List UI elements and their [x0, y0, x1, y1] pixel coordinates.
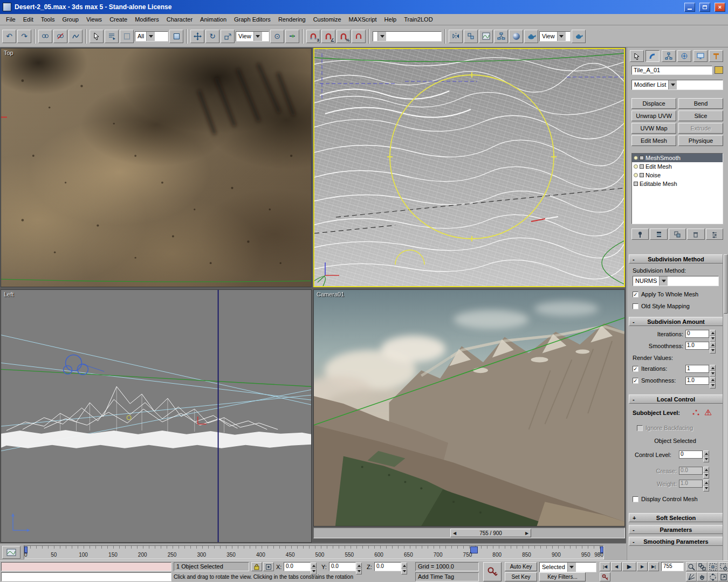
modifier-button-physique[interactable]: Physique — [678, 135, 723, 146]
tab-display[interactable] — [693, 50, 708, 62]
select-and-link-button[interactable] — [38, 30, 52, 43]
pin-stack-button[interactable] — [631, 228, 649, 240]
render-iterations-field[interactable]: 1 — [685, 365, 709, 373]
smoothness-field[interactable]: 1.0 — [685, 342, 709, 350]
selection-filter-dropdown[interactable]: All — [135, 31, 168, 41]
object-name-field[interactable]: Tile_A_01 — [631, 66, 712, 75]
menu-item-maxscript[interactable]: MAXScript — [345, 15, 381, 24]
tab-motion[interactable] — [677, 50, 691, 62]
modifier-button-slice[interactable]: Slice — [678, 110, 723, 121]
zoom-region-button[interactable] — [718, 562, 728, 571]
modifier-button-uvw-map[interactable]: UVW Map — [631, 123, 676, 134]
subobject-lattice-button[interactable] — [704, 408, 712, 417]
menu-item-tools[interactable]: Tools — [37, 15, 59, 24]
panel-scrollbar-thumb[interactable] — [724, 254, 727, 314]
menu-item-group[interactable]: Group — [58, 15, 83, 24]
modifier-enable-bulb-icon[interactable] — [634, 156, 638, 160]
field-of-view-button[interactable] — [686, 572, 697, 581]
modifier-enable-bulb-icon[interactable] — [634, 164, 638, 169]
menu-item-character[interactable]: Character — [163, 15, 196, 24]
time-slider-track[interactable]: ◀ 755 / 900 ▶ — [313, 528, 625, 538]
render-smoothness-field[interactable]: 1.0 — [685, 377, 709, 385]
viewport-left[interactable]: Left — [1, 289, 312, 543]
render-smoothness-checkbox[interactable]: ✓ Smoothness: — [633, 377, 676, 384]
modifier-list-dropdown[interactable]: Modifier List — [631, 80, 723, 90]
rollout-parameters[interactable]: - Parameters — [629, 525, 723, 534]
spinner-snap-button[interactable] — [352, 30, 366, 43]
minimize-button[interactable] — [684, 3, 695, 12]
menu-item-edit[interactable]: Edit — [19, 15, 37, 24]
stack-item-edit-mesh[interactable]: Edit Mesh — [632, 162, 723, 171]
smoothness-spinner[interactable] — [710, 342, 716, 350]
use-center-button[interactable]: ⊙ — [270, 30, 284, 43]
menu-item-customize[interactable]: Customize — [310, 15, 345, 24]
select-and-manipulate-button[interactable] — [285, 30, 299, 43]
control-level-field[interactable]: 0 — [679, 451, 703, 459]
modifier-button-displace[interactable]: Displace — [631, 98, 676, 109]
go-to-end-button[interactable]: ▶| — [648, 562, 659, 571]
material-editor-button[interactable] — [509, 30, 523, 43]
subobject-vertex-button[interactable] — [692, 408, 699, 417]
mirror-button[interactable] — [449, 30, 463, 43]
set-key-mode-button[interactable] — [483, 562, 502, 581]
menu-item-train2lod[interactable]: Train2LOD — [400, 15, 436, 24]
rollout-subdivision-method[interactable]: - Subdivision Method — [629, 254, 723, 264]
modifier-button-bend[interactable]: Bend — [678, 98, 723, 109]
menu-item-graph-editors[interactable]: Graph Editors — [230, 15, 274, 24]
add-time-tag[interactable]: Add Time Tag — [415, 572, 479, 581]
select-and-scale-button[interactable] — [221, 30, 235, 43]
select-object-button[interactable] — [90, 30, 104, 43]
zoom-button[interactable] — [686, 562, 697, 571]
apply-to-whole-mesh-checkbox[interactable]: ✓ Apply To Whole Mesh — [633, 291, 698, 297]
play-button[interactable]: ▶ — [622, 562, 636, 571]
iterations-field[interactable]: 0 — [685, 330, 709, 338]
configure-modifier-sets-button[interactable] — [706, 228, 723, 240]
tab-utilities[interactable] — [709, 50, 723, 62]
selection-region-button[interactable] — [120, 30, 134, 43]
tab-modify[interactable] — [645, 50, 660, 62]
key-mode-toggle-button[interactable] — [600, 572, 610, 581]
subdivision-method-dropdown[interactable]: NURMS — [633, 276, 719, 286]
coord-system-dropdown[interactable]: View — [236, 31, 269, 41]
mini-curve-editor-button[interactable] — [2, 546, 20, 559]
angle-snap-button[interactable]: ∠ — [321, 30, 335, 43]
menu-item-animation[interactable]: Animation — [196, 15, 230, 24]
display-control-mesh-checkbox[interactable]: Display Control Mesh — [633, 496, 698, 502]
menu-item-file[interactable]: File — [2, 15, 19, 24]
window-crossing-toggle[interactable] — [169, 30, 183, 43]
render-iterations-checkbox[interactable]: ✓ Iterations: — [633, 365, 667, 372]
iterations-spinner[interactable] — [710, 330, 716, 338]
rollout-soft-selection[interactable]: + Soft Selection — [629, 513, 723, 522]
stack-item-meshsmooth[interactable]: MeshSmooth — [632, 154, 723, 162]
redo-button[interactable]: ↷ — [17, 30, 31, 43]
control-level-spinner[interactable] — [703, 451, 709, 459]
restore-button[interactable] — [699, 3, 710, 12]
maxscript-listener-pink[interactable] — [1, 562, 171, 571]
z-spinner[interactable] — [401, 563, 407, 571]
named-selection-dropdown[interactable] — [373, 31, 442, 41]
object-color-swatch[interactable] — [715, 66, 723, 74]
modifier-enable-bulb-icon[interactable] — [634, 173, 638, 177]
time-slider-left-arrow-icon[interactable]: ◀ — [451, 531, 458, 536]
pan-button[interactable] — [697, 572, 708, 581]
tab-hierarchy[interactable] — [662, 50, 676, 62]
rollout-local-control[interactable]: - Local Control — [629, 394, 723, 404]
make-unique-button[interactable] — [669, 228, 686, 240]
time-slider-button[interactable]: ◀ 755 / 900 ▶ — [450, 529, 531, 537]
unlink-selection-button[interactable] — [53, 30, 67, 43]
align-button[interactable] — [464, 30, 478, 43]
go-to-start-button[interactable]: |◀ — [600, 562, 610, 571]
viewport-camera[interactable]: Camera01 — [313, 289, 625, 526]
zoom-extents-button[interactable] — [708, 562, 718, 571]
menu-item-help[interactable]: Help — [381, 15, 401, 24]
tab-create[interactable] — [630, 50, 644, 62]
viewport-top[interactable]: Top — [1, 48, 312, 287]
render-iterations-spinner[interactable] — [710, 365, 716, 373]
viewport-perspective[interactable] — [313, 48, 625, 287]
select-and-move-button[interactable] — [190, 30, 204, 43]
select-and-rotate-button[interactable]: ↻ — [205, 30, 219, 43]
undo-button[interactable]: ↶ — [2, 30, 16, 43]
x-spinner[interactable] — [311, 563, 317, 571]
min-max-toggle-button[interactable] — [718, 572, 728, 581]
y-coordinate-field[interactable]: 0.0 — [329, 562, 356, 571]
